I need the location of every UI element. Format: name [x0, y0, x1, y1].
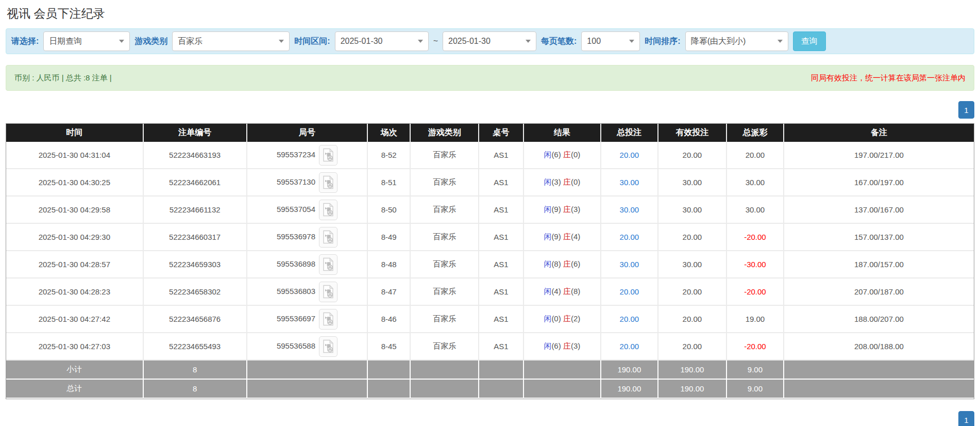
date-range-separator: ~ — [433, 37, 438, 46]
cell-round-no: 595536697 — [247, 306, 368, 333]
table-row: 2025-01-30 04:30:25 522234662061 5955371… — [6, 169, 974, 196]
col-header-game: 游戏类别 — [411, 124, 479, 142]
table-row: 2025-01-30 04:31:04 522234663193 5955372… — [6, 142, 974, 169]
cell-note: 167.00/197.00 — [784, 169, 974, 196]
total-bet-link[interactable]: 20.00 — [620, 315, 639, 323]
total-bet-link[interactable]: 20.00 — [620, 233, 639, 241]
cell-valid-bet: 20.00 — [658, 333, 727, 361]
subtotal-count: 8 — [144, 361, 247, 380]
cell-game: 百家乐 — [411, 333, 479, 361]
cell-valid-bet: 30.00 — [658, 169, 727, 196]
cell-round-no: 595537234 — [247, 142, 368, 169]
cell-time: 2025-01-30 04:28:57 — [6, 251, 144, 278]
cell-total-bet: 20.00 — [601, 306, 658, 333]
time-range-label: 时间区间: — [294, 36, 330, 47]
total-bet-link[interactable]: 20.00 — [620, 287, 639, 296]
banker-result-label: 庄 — [563, 314, 571, 323]
cell-total-bet: 20.00 — [601, 142, 658, 169]
sort-select[interactable]: 降幂(由大到小) — [685, 31, 788, 51]
subtotal-payout: 9.00 — [727, 361, 784, 380]
table-body: 2025-01-30 04:31:04 522234663193 5955372… — [6, 142, 974, 361]
cell-bet-no: 522234656876 — [144, 306, 247, 333]
col-header-bet-no: 注单编号 — [144, 124, 247, 142]
game-category-select[interactable]: 百家乐 — [172, 31, 290, 51]
date-from-select[interactable]: 2025-01-30 — [335, 31, 429, 51]
chevron-down-icon — [778, 40, 783, 43]
total-bet-link[interactable]: 30.00 — [620, 178, 639, 187]
chevron-down-icon — [418, 40, 423, 43]
player-result-label: 闲 — [544, 150, 551, 159]
banker-result-label: 庄 — [563, 341, 571, 350]
cell-session: 8-47 — [368, 278, 411, 306]
cell-table-no: AS1 — [479, 306, 523, 333]
pagination-bottom: 1 — [6, 411, 974, 426]
cell-bet-no: 522234661132 — [144, 196, 247, 224]
cell-game: 百家乐 — [411, 306, 479, 333]
filter-panel: 请选择: 日期查询 游戏类别 百家乐 时间区间: 2025-01-30 ~ 20… — [6, 28, 974, 54]
cell-note: 207.00/187.00 — [784, 278, 974, 306]
bet-records-table: 时间 注单编号 局号 场次 游戏类别 桌号 结果 总投注 有效投注 总派彩 备注… — [6, 123, 974, 399]
video-replay-button[interactable] — [319, 172, 337, 193]
cell-game: 百家乐 — [411, 251, 479, 278]
cell-bet-no: 522234658302 — [144, 278, 247, 306]
cell-payout: 30.00 — [727, 196, 784, 224]
total-bet-link[interactable]: 30.00 — [620, 205, 639, 214]
video-replay-button[interactable] — [319, 254, 337, 275]
query-type-select[interactable]: 日期查询 — [43, 31, 130, 51]
page-title: 视讯 会员下注纪录 — [7, 6, 974, 22]
video-replay-button[interactable] — [319, 336, 337, 357]
cell-table-no: AS1 — [479, 196, 523, 224]
cell-game: 百家乐 — [411, 224, 479, 251]
date-to-select[interactable]: 2025-01-30 — [443, 31, 536, 51]
cell-note: 187.00/157.00 — [784, 251, 974, 278]
total-bet-link[interactable]: 20.00 — [620, 342, 639, 351]
page-size-value: 100 — [587, 37, 601, 46]
video-replay-button[interactable] — [319, 200, 337, 220]
banker-result-label: 庄 — [563, 232, 571, 241]
chevron-down-icon — [119, 40, 124, 43]
total-count: 8 — [144, 380, 247, 399]
page-size-select[interactable]: 100 — [581, 31, 640, 51]
cell-table-no: AS1 — [479, 251, 523, 278]
total-bet-link[interactable]: 30.00 — [620, 260, 639, 269]
page-1-button[interactable]: 1 — [958, 411, 974, 426]
video-replay-button[interactable] — [319, 145, 337, 166]
cell-note: 208.00/188.00 — [784, 333, 974, 361]
video-replay-button[interactable] — [319, 282, 337, 302]
cell-bet-no: 522234663193 — [144, 142, 247, 169]
video-replay-icon — [323, 257, 334, 271]
page-1-button[interactable]: 1 — [958, 101, 974, 119]
cell-round-no: 595536978 — [247, 224, 368, 251]
total-bet-link[interactable]: 20.00 — [620, 151, 639, 159]
cell-bet-no: 522234662061 — [144, 169, 247, 196]
cell-round-no: 595537130 — [247, 169, 368, 196]
table-row: 2025-01-30 04:27:42 522234656876 5955366… — [6, 306, 974, 333]
col-header-round-no: 局号 — [247, 124, 368, 142]
total-total-bet: 190.00 — [601, 380, 658, 399]
cell-session: 8-48 — [368, 251, 411, 278]
total-payout: 9.00 — [727, 380, 784, 399]
cell-time: 2025-01-30 04:29:30 — [6, 224, 144, 251]
sort-label: 时间排序: — [645, 36, 680, 47]
table-row: 2025-01-30 04:28:23 522234658302 5955368… — [6, 278, 974, 306]
chevron-down-icon — [629, 40, 634, 43]
table-row: 2025-01-30 04:27:03 522234655493 5955365… — [6, 333, 974, 361]
video-replay-button[interactable] — [319, 309, 337, 330]
pagination-top: 1 — [6, 101, 974, 119]
subtotal-total-bet: 190.00 — [601, 361, 658, 380]
col-header-valid-bet: 有效投注 — [658, 124, 727, 142]
cell-result: 闲(8) 庄(6) — [524, 251, 601, 278]
player-result-label: 闲 — [544, 287, 551, 296]
cell-payout: 20.00 — [727, 142, 784, 169]
cell-session: 8-46 — [368, 306, 411, 333]
player-result-label: 闲 — [544, 314, 551, 323]
total-row: 总计 8 190.00 190.00 9.00 — [6, 380, 974, 399]
query-type-value: 日期查询 — [49, 36, 82, 47]
cell-note: 188.00/207.00 — [784, 306, 974, 333]
page-size-label: 每页笔数: — [541, 36, 577, 47]
cell-time: 2025-01-30 04:28:23 — [6, 278, 144, 306]
cell-result: 闲(6) 庄(0) — [524, 142, 601, 169]
col-header-payout: 总派彩 — [727, 124, 784, 142]
video-replay-button[interactable] — [319, 227, 337, 248]
search-button[interactable]: 查询 — [793, 31, 826, 51]
